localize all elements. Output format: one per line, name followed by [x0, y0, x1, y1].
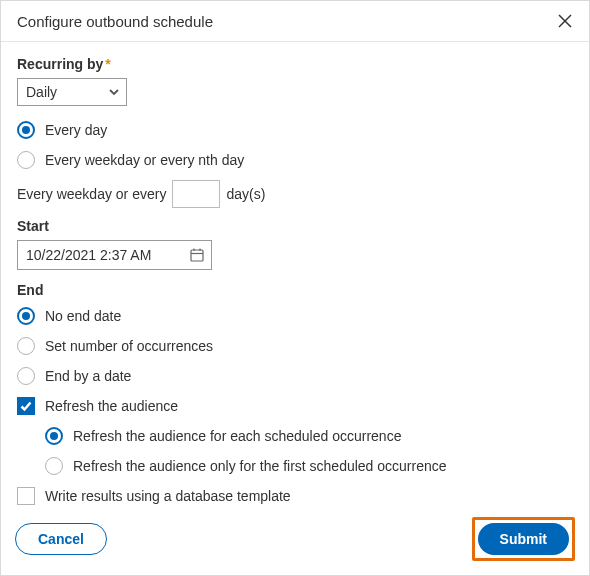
checkbox-refresh-audience-label: Refresh the audience: [45, 398, 178, 414]
radio-end-by-date[interactable]: [17, 367, 35, 385]
dialog-body: Recurring by* Daily Every day Every week…: [1, 42, 589, 507]
calendar-icon: [189, 247, 205, 263]
svg-rect-2: [191, 250, 203, 261]
radio-refresh-first[interactable]: [45, 457, 63, 475]
start-datetime-value: 10/22/2021 2:37 AM: [26, 247, 151, 263]
refresh-audience-row[interactable]: Refresh the audience: [17, 394, 573, 418]
nth-suffix: day(s): [226, 186, 265, 202]
refresh-each-row[interactable]: Refresh the audience for each scheduled …: [45, 424, 573, 448]
dialog-titlebar: Configure outbound schedule: [1, 1, 589, 42]
submit-button[interactable]: Submit: [478, 523, 569, 555]
write-template-row[interactable]: Write results using a database template: [17, 484, 573, 507]
checkbox-write-template[interactable]: [17, 487, 35, 505]
recurring-by-text: Recurring by: [17, 56, 103, 72]
radio-every-weekday-nth[interactable]: [17, 151, 35, 169]
radio-every-day[interactable]: [17, 121, 35, 139]
radio-every-day-label: Every day: [45, 122, 107, 138]
radio-refresh-each-label: Refresh the audience for each scheduled …: [73, 428, 401, 444]
recurring-by-select[interactable]: Daily: [17, 78, 127, 106]
nth-prefix: Every weekday or every: [17, 186, 166, 202]
radio-no-end-date-label: No end date: [45, 308, 121, 324]
close-icon[interactable]: [555, 11, 575, 31]
end-label: End: [17, 282, 573, 298]
configure-schedule-dialog: Configure outbound schedule Recurring by…: [0, 0, 590, 576]
radio-end-by-date-label: End by a date: [45, 368, 131, 384]
dialog-footer: Cancel Submit: [1, 507, 589, 575]
checkbox-refresh-audience[interactable]: [17, 397, 35, 415]
recurring-every-day-row[interactable]: Every day: [17, 118, 573, 142]
dialog-title: Configure outbound schedule: [17, 13, 213, 30]
end-set-number-row[interactable]: Set number of occurrences: [17, 334, 573, 358]
radio-no-end-date[interactable]: [17, 307, 35, 325]
refresh-first-row[interactable]: Refresh the audience only for the first …: [45, 454, 573, 478]
radio-refresh-each[interactable]: [45, 427, 63, 445]
start-label: Start: [17, 218, 573, 234]
cancel-button[interactable]: Cancel: [15, 523, 107, 555]
start-datetime-input[interactable]: 10/22/2021 2:37 AM: [17, 240, 212, 270]
radio-every-weekday-nth-label: Every weekday or every nth day: [45, 152, 244, 168]
nth-day-input[interactable]: [172, 180, 220, 208]
recurring-by-label: Recurring by*: [17, 56, 573, 72]
radio-set-number-label: Set number of occurrences: [45, 338, 213, 354]
radio-set-number[interactable]: [17, 337, 35, 355]
submit-highlight-box: Submit: [472, 517, 575, 561]
nth-day-row: Every weekday or every day(s): [17, 180, 573, 208]
submit-button-label: Submit: [500, 531, 547, 547]
recurring-by-value: Daily: [26, 84, 57, 100]
required-marker: *: [105, 56, 110, 72]
cancel-button-label: Cancel: [38, 531, 84, 547]
recurring-every-weekday-row[interactable]: Every weekday or every nth day: [17, 148, 573, 172]
checkbox-write-template-label: Write results using a database template: [45, 488, 291, 504]
radio-refresh-first-label: Refresh the audience only for the first …: [73, 458, 447, 474]
end-by-date-row[interactable]: End by a date: [17, 364, 573, 388]
end-no-end-row[interactable]: No end date: [17, 304, 573, 328]
chevron-down-icon: [108, 86, 120, 98]
